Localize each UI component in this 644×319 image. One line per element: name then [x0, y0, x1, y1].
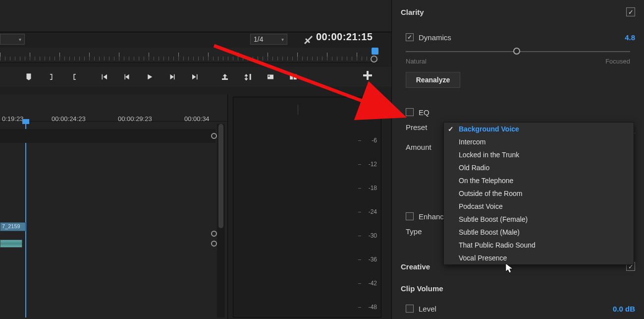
clarity-section-title: Clarity — [401, 8, 424, 16]
timeline-vertical-scrollbar[interactable] — [217, 124, 225, 318]
db-tick: -24 — [362, 208, 377, 215]
audio-clip[interactable] — [0, 240, 22, 248]
time-label: 00:00:29:23 — [118, 115, 152, 123]
keyframe-handle-icon[interactable] — [211, 231, 217, 237]
audio-meter-panel: -6 -12 -18 -24 -30 -36 -42 -48 — [233, 97, 381, 318]
lift-icon[interactable] — [214, 67, 236, 87]
timeline-panel: 0:19:23 00:00:24:23 00:00:29:23 00:00:34… — [0, 94, 228, 319]
timeline-clip[interactable]: 7_2159 — [0, 222, 26, 231]
settings-wrench-icon[interactable] — [301, 33, 313, 45]
video-track[interactable] — [0, 129, 215, 143]
clarity-enable-checkbox[interactable] — [626, 7, 635, 16]
amount-label: Amount — [406, 143, 431, 151]
go-to-out-icon[interactable] — [184, 67, 207, 87]
button-editor-plus-icon[interactable] — [362, 69, 374, 81]
transport-controls — [0, 67, 391, 87]
step-back-icon[interactable] — [115, 67, 138, 87]
go-to-in-icon[interactable] — [93, 67, 115, 87]
resolution-value: 1/4 — [254, 35, 263, 43]
creative-section-title: Creative — [401, 262, 430, 271]
time-label: 0:19:23 — [2, 115, 23, 123]
db-tick: -30 — [362, 232, 377, 239]
reanalyze-button[interactable]: Reanalyze — [406, 72, 460, 88]
type-label: Type — [406, 227, 422, 236]
scrollbar-thumb[interactable] — [218, 124, 223, 228]
preset-option[interactable]: Locked in the Trunk — [444, 148, 634, 161]
play-icon[interactable] — [138, 67, 161, 87]
dynamics-max-label: Focused — [605, 58, 630, 65]
preset-option[interactable]: Old Radio — [444, 161, 634, 174]
resolution-dropdown[interactable]: 1/4 ▾ — [250, 34, 287, 45]
preset-option[interactable]: Podcast Voice — [444, 200, 634, 213]
preset-option[interactable]: Subtle Boost (Female) — [444, 213, 634, 226]
db-tick: -48 — [362, 304, 377, 311]
db-tick: -6 — [362, 137, 377, 144]
zoom-dropdown[interactable]: ▾ — [0, 34, 25, 45]
preset-option[interactable]: Outside of the Room — [444, 187, 634, 200]
chevron-down-icon: ▾ — [281, 37, 284, 42]
eq-label: EQ — [419, 108, 429, 117]
db-tick: -12 — [362, 161, 377, 168]
dynamics-slider[interactable] — [406, 47, 630, 57]
playhead-marker[interactable] — [22, 119, 29, 124]
preset-dropdown-menu[interactable]: Background Voice Intercom Locked in the … — [443, 122, 634, 265]
ruler-handle-icon[interactable] — [371, 56, 377, 63]
keyframe-handle-icon[interactable] — [211, 133, 217, 139]
dynamics-value[interactable]: 4.8 — [625, 33, 635, 42]
db-tick: -42 — [362, 280, 377, 287]
step-forward-icon[interactable] — [161, 67, 184, 87]
preset-option[interactable]: Vocal Presence — [444, 252, 634, 264]
level-value[interactable]: 0.0 dB — [613, 305, 635, 313]
time-label: 00:00:34 — [184, 115, 210, 123]
preset-option[interactable]: Subtle Boost (Male) — [444, 226, 634, 239]
clip-volume-title: Clip Volume — [401, 284, 443, 293]
editor-left-area: ▾ 1/4 ▾ 00:00:21:15 0:19:23 00:00:24:23 — [0, 0, 391, 319]
dynamics-label: Dynamics — [419, 33, 451, 42]
comparison-view-icon[interactable] — [282, 67, 305, 87]
enhance-checkbox[interactable] — [406, 212, 414, 220]
extract-icon[interactable] — [236, 67, 259, 87]
out-bracket-icon[interactable] — [63, 67, 86, 87]
preset-option[interactable]: That Public Radio Sound — [444, 239, 634, 252]
preset-option[interactable]: Intercom — [444, 135, 634, 148]
meter-divider — [298, 105, 298, 115]
level-label: Level — [419, 305, 436, 313]
marker-icon[interactable] — [17, 67, 40, 87]
dynamics-min-label: Natural — [406, 58, 427, 65]
time-label: 00:00:24:23 — [52, 115, 86, 123]
program-monitor-placeholder — [0, 0, 391, 32]
preset-option[interactable]: Background Voice — [444, 123, 634, 135]
keyframe-handle-icon[interactable] — [211, 241, 217, 247]
preset-option[interactable]: On the Telephone — [444, 174, 634, 187]
level-checkbox[interactable] — [406, 305, 414, 313]
timecode-display[interactable]: 00:00:21:15 — [316, 31, 373, 43]
export-frame-icon[interactable] — [259, 67, 282, 87]
in-bracket-icon[interactable] — [40, 67, 63, 87]
db-tick: -36 — [362, 256, 377, 263]
out-point-marker[interactable] — [372, 48, 378, 55]
preset-label: Preset — [406, 123, 427, 131]
program-ruler[interactable] — [0, 48, 379, 63]
dynamics-checkbox[interactable] — [406, 33, 414, 41]
chevron-down-icon: ▾ — [19, 37, 21, 42]
timeline-ruler[interactable]: 0:19:23 00:00:24:23 00:00:29:23 00:00:34 — [0, 94, 228, 122]
playhead-line[interactable] — [25, 124, 26, 318]
db-tick: -18 — [362, 185, 377, 191]
eq-checkbox[interactable] — [406, 108, 414, 116]
reanalyze-button-label: Reanalyze — [416, 76, 450, 84]
slider-thumb[interactable] — [513, 48, 520, 55]
ruler-ticks — [0, 48, 379, 62]
